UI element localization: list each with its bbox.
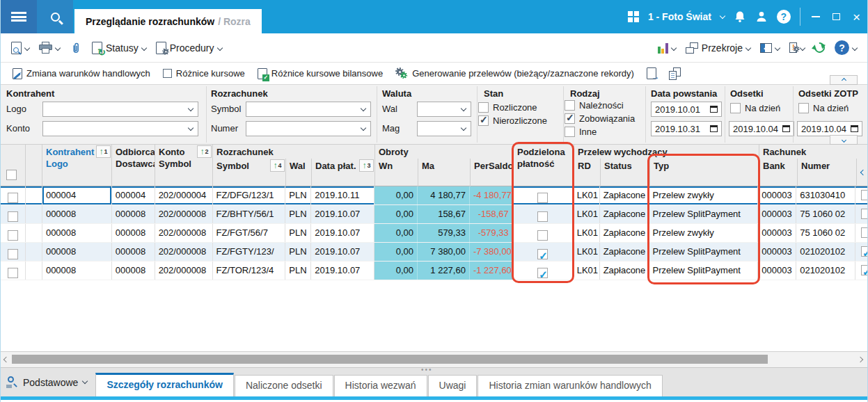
cell-bank[interactable]: 000003 (758, 186, 796, 204)
cell-typ[interactable]: Przelew SplitPayment (649, 262, 759, 280)
cell-data-plat[interactable]: 2019.10.11 (311, 186, 374, 204)
checkbox[interactable] (478, 102, 489, 113)
clipped-checkbox[interactable] (861, 265, 867, 275)
calendar-icon[interactable] (851, 125, 858, 132)
header-rd[interactable]: RD (574, 159, 601, 186)
minimize-button[interactable] (812, 16, 820, 17)
cell-wal[interactable]: PLN (285, 186, 311, 204)
podzielona-checkbox[interactable] (537, 230, 548, 241)
cell-status[interactable]: Zapłacone (600, 262, 649, 280)
cell-wn[interactable]: 0,00 (374, 243, 418, 261)
tab-historia-wezwan[interactable]: Historia wezwań (334, 375, 427, 396)
notifications-bell-icon[interactable] (734, 10, 746, 23)
cell-logo[interactable]: 000004 (42, 186, 112, 204)
cell-data-plat[interactable]: 2019.10.07 (311, 224, 374, 242)
company-chevron-down-icon[interactable] (720, 13, 725, 18)
cell-podzielona[interactable] (513, 205, 574, 223)
cell-odbiorca[interactable]: 000008 (112, 224, 155, 242)
filter-zobowiazania-checkbox[interactable]: Zobowiązania (565, 113, 635, 124)
row-checkbox[interactable] (8, 249, 18, 259)
tab-uwagi[interactable]: Uwagi (428, 375, 478, 396)
cell-rd[interactable]: LK01 (574, 243, 600, 261)
tab-naliczone-odsetki[interactable]: Naliczone odsetki (235, 375, 333, 396)
cell-odbiorca[interactable]: 000008 (112, 243, 155, 261)
filter-naleznosci-checkbox[interactable]: Należności (565, 100, 624, 111)
table-row[interactable]: 000008 000008 202/000008 FZ/TOR/123/4 PL… (1, 262, 867, 280)
cell-persaldo[interactable]: -7 380,00 (470, 243, 513, 261)
cell-odbiorca[interactable]: 000004 (112, 186, 155, 204)
cell-status[interactable]: Zapłacone (600, 224, 649, 242)
checkbox[interactable] (798, 103, 809, 113)
cell-numer[interactable]: 631030410 (796, 186, 855, 204)
checkbox[interactable] (478, 115, 489, 126)
close-button[interactable]: × (853, 10, 860, 24)
cell-persaldo[interactable]: -1 227,60 (470, 262, 513, 280)
cell-wn[interactable]: 0,00 (374, 205, 418, 223)
cell-symbol[interactable]: FZ/BHTY/56/1 (213, 205, 286, 223)
row-checkbox[interactable] (8, 268, 18, 278)
cell-rd[interactable]: LK01 (574, 224, 600, 242)
cell-status[interactable]: Zapłacone (600, 205, 649, 223)
filter-konto-combobox[interactable] (42, 121, 198, 136)
cell-wal[interactable]: PLN (285, 243, 311, 261)
cell-logo[interactable]: 000008 (42, 262, 112, 280)
cell-numer[interactable]: 75 1060 02 (796, 205, 855, 223)
przekroje-button[interactable]: Przekroje (681, 40, 755, 56)
document-tab[interactable]: Przeglądanie rozrachunków / Rozra (74, 9, 262, 33)
expand-filters-button[interactable] (830, 135, 858, 145)
cell-logo[interactable]: 000008 (42, 243, 112, 261)
header-persaldo[interactable]: PerSaldo (471, 159, 514, 186)
podstawowe-selector[interactable]: Podstawowe (1, 368, 95, 396)
cell-wal[interactable]: PLN (285, 262, 311, 280)
podzielona-checkbox[interactable] (537, 268, 548, 278)
cell-podzielona[interactable] (513, 243, 574, 261)
cell-wn[interactable]: 0,00 (374, 224, 418, 242)
cell-numer[interactable]: 75 1060 02 (796, 224, 855, 242)
cell-typ[interactable]: Przelew zwykły (649, 224, 759, 242)
refresh-button[interactable] (810, 40, 830, 56)
cell-rd[interactable]: LK01 (574, 186, 600, 204)
preview-button[interactable] (6, 39, 34, 57)
filter-nierozliczone-checkbox[interactable]: Nierozliczone (478, 115, 547, 126)
cell-logo[interactable]: 000008 (42, 205, 112, 223)
cell-logo[interactable]: 000008 (42, 224, 112, 242)
cell-typ[interactable]: Przelew zwykły (649, 186, 759, 204)
company-grid-icon[interactable] (628, 11, 639, 22)
cell-symbol[interactable]: FZ/DFG/123/1 (213, 186, 286, 204)
date-to-input[interactable]: 2019.10.31 (651, 121, 722, 136)
cell-persaldo[interactable]: -4 180,77 (470, 186, 513, 204)
table-row[interactable]: 000008 000008 202/000008 FZ/FGTY/123/ PL… (1, 243, 867, 262)
cell-konto[interactable]: 202/000004 (155, 186, 213, 204)
podzielona-checkbox[interactable] (537, 211, 548, 222)
chart-button[interactable] (653, 40, 681, 56)
export-document-button[interactable]: → (640, 66, 663, 81)
help-icon[interactable]: ? (777, 10, 791, 24)
cell-podzielona[interactable] (513, 186, 574, 204)
clipped-checkbox[interactable] (861, 209, 867, 219)
cell-row-select[interactable] (1, 224, 26, 242)
sort-indicator-2[interactable]: ↑2 (197, 145, 212, 158)
calendar-icon[interactable] (782, 125, 790, 132)
cell-rd[interactable]: LK01 (574, 205, 600, 223)
checkbox[interactable] (565, 113, 575, 124)
cell-data-plat[interactable]: 2019.10.07 (311, 243, 374, 261)
cell-ma[interactable]: 7 380,00 (418, 243, 470, 261)
cell-ma[interactable]: 158,67 (418, 205, 470, 223)
cell-numer[interactable]: 021020102 (796, 243, 855, 261)
header-podzielona-platnosc[interactable]: Podzielona płatność (514, 145, 574, 186)
cell-bank[interactable]: 000003 (758, 205, 796, 223)
cell-status[interactable]: Zapłacone (600, 186, 649, 204)
zmiana-warunkow-button[interactable]: Zmiana warunków handlowych (6, 67, 157, 81)
clipped-checkbox[interactable] (861, 190, 867, 200)
cell-podzielona[interactable] (513, 262, 574, 280)
cell-typ[interactable]: Przelew SplitPayment (649, 205, 759, 223)
cell-row-select[interactable] (1, 262, 26, 280)
cell-ma[interactable]: 579,33 (418, 224, 470, 242)
header-typ[interactable]: Typ (650, 159, 759, 186)
global-search-button[interactable] (37, 0, 73, 33)
attachments-button[interactable] (65, 39, 87, 57)
panel-layout-button[interactable] (755, 40, 784, 56)
cell-numer[interactable]: 021020102 (796, 262, 855, 280)
table-row[interactable]: 000004 000004 202/000004 FZ/DFG/123/1 PL… (1, 186, 867, 205)
calendar-icon[interactable] (710, 125, 718, 132)
